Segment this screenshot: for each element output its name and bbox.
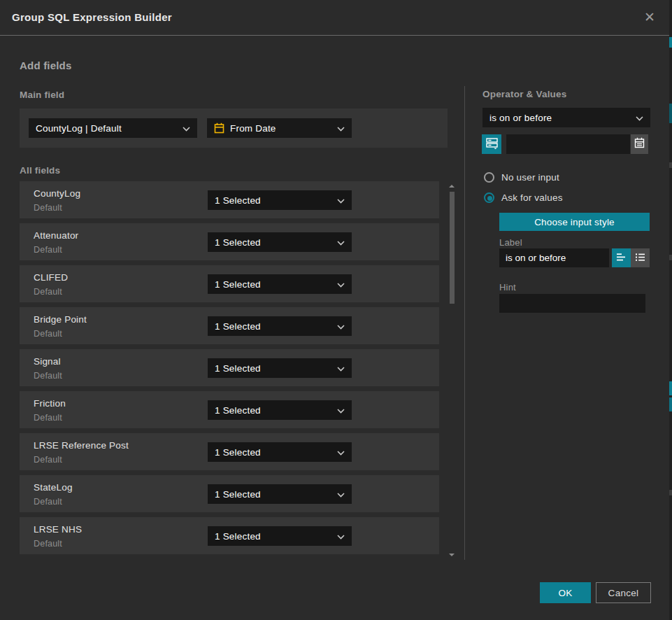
dialog-title: Group SQL Expression Builder [12, 11, 172, 23]
hint-input[interactable] [499, 294, 645, 313]
align-left-lines-icon [616, 252, 627, 265]
field-subtitle: Default [34, 203, 62, 213]
field-selected-dropdown[interactable]: 1 Selected [208, 526, 352, 546]
field-subtitle: Default [34, 497, 62, 507]
scrollbar-up-arrow[interactable] [449, 185, 455, 188]
scrollbar-thumb[interactable] [450, 192, 455, 304]
radio-circle-off[interactable] [484, 172, 494, 183]
radio-ask-for-values-label: Ask for values [501, 192, 563, 203]
add-fields-heading: Add fields [20, 59, 72, 71]
field-selected-value: 1 Selected [215, 237, 337, 248]
main-field-panel: CountyLog | Default From Date [20, 108, 448, 148]
field-subtitle: Default [34, 539, 62, 549]
main-field-select[interactable]: From Date [207, 118, 352, 138]
field-row: StateLogDefault1 Selected [20, 475, 439, 512]
label-input[interactable] [499, 248, 609, 267]
field-selected-dropdown[interactable]: 1 Selected [208, 442, 352, 462]
chevron-down-icon [337, 123, 345, 134]
ok-button[interactable]: OK [540, 582, 591, 603]
layer-select-value: CountyLog | Default [36, 123, 183, 134]
chevron-down-icon [337, 321, 345, 332]
field-selected-value: 1 Selected [215, 531, 337, 542]
field-selected-dropdown[interactable]: 1 Selected [208, 400, 352, 420]
background-app-edge [669, 0, 672, 620]
field-selected-value: 1 Selected [215, 195, 337, 206]
field-subtitle: Default [34, 245, 62, 255]
close-icon[interactable]: ✕ [641, 9, 658, 26]
field-row: CountyLogDefault1 Selected [20, 181, 439, 218]
chevron-down-icon [337, 405, 345, 416]
operator-select[interactable]: is on or before [482, 108, 650, 127]
choose-input-style-button[interactable]: Choose input style [499, 213, 650, 231]
dialog-header: Group SQL Expression Builder ✕ [0, 0, 669, 36]
field-row: CLIFEDDefault1 Selected [20, 265, 439, 302]
field-selected-dropdown[interactable]: 1 Selected [208, 358, 352, 378]
date-value-input[interactable] [506, 134, 630, 154]
chevron-down-icon [636, 113, 643, 123]
chevron-down-icon [337, 363, 345, 374]
field-row: LRSE Reference PostDefault1 Selected [20, 433, 439, 470]
group-sql-expression-builder-dialog: Group SQL Expression Builder ✕ Add field… [0, 0, 672, 620]
field-name: Bridge Point [34, 314, 87, 325]
hint-caption: Hint [499, 282, 516, 293]
field-subtitle: Default [34, 371, 62, 381]
field-selected-dropdown[interactable]: 1 Selected [208, 274, 352, 294]
operator-select-value: is on or before [489, 113, 636, 123]
chevron-down-icon [337, 531, 345, 542]
field-selected-dropdown[interactable]: 1 Selected [208, 484, 352, 504]
field-subtitle: Default [34, 329, 62, 339]
field-selected-value: 1 Selected [215, 489, 337, 500]
chevron-down-icon [337, 447, 345, 458]
field-selected-dropdown[interactable]: 1 Selected [208, 316, 352, 336]
field-selected-value: 1 Selected [215, 279, 337, 290]
date-calendar-icon [214, 122, 224, 134]
field-name: CLIFED [34, 272, 68, 283]
main-field-heading: Main field [20, 90, 64, 100]
field-subtitle: Default [34, 287, 62, 297]
field-selected-value: 1 Selected [215, 447, 337, 458]
field-name: Attenuator [34, 230, 78, 241]
field-name: StateLog [34, 482, 73, 493]
field-selected-dropdown[interactable]: 1 Selected [208, 190, 352, 210]
field-row: LRSE NHSDefault1 Selected [20, 517, 439, 554]
bulleted-list-style-button[interactable] [631, 248, 650, 267]
radio-no-user-input[interactable]: No user input [484, 172, 559, 183]
radio-ask-for-values[interactable]: Ask for values [484, 192, 563, 203]
field-selected-dropdown[interactable]: 1 Selected [208, 232, 352, 252]
chevron-down-icon [337, 489, 345, 500]
field-name: LRSE Reference Post [34, 440, 129, 451]
field-name: Signal [34, 356, 61, 367]
field-subtitle: Default [34, 413, 62, 423]
unique-values-icon [486, 137, 498, 152]
chevron-down-icon [337, 279, 345, 290]
field-selected-value: 1 Selected [215, 405, 337, 416]
panel-divider [464, 86, 465, 560]
field-row: AttenuatorDefault1 Selected [20, 223, 439, 260]
field-row: SignalDefault1 Selected [20, 349, 439, 386]
calendar-icon [634, 137, 645, 151]
chevron-down-icon [337, 237, 345, 248]
layer-select[interactable]: CountyLog | Default [29, 118, 197, 138]
field-selected-value: 1 Selected [215, 321, 337, 332]
field-name: Friction [34, 398, 66, 409]
label-caption: Label [499, 237, 522, 248]
scrollbar-down-arrow[interactable] [449, 554, 455, 556]
field-name: CountyLog [34, 188, 80, 199]
radio-circle-on[interactable] [484, 192, 494, 203]
main-field-select-value: From Date [230, 123, 337, 134]
calendar-picker-button[interactable] [631, 134, 648, 154]
cancel-button[interactable]: Cancel [596, 582, 651, 603]
field-selected-value: 1 Selected [215, 363, 337, 374]
chevron-down-icon [337, 195, 345, 206]
field-row: Bridge PointDefault1 Selected [20, 307, 439, 344]
unique-values-button[interactable] [482, 134, 501, 154]
field-row: FrictionDefault1 Selected [20, 391, 439, 428]
all-fields-heading: All fields [20, 165, 60, 176]
field-name: LRSE NHS [34, 524, 82, 535]
chevron-down-icon [183, 123, 190, 134]
radio-no-user-input-label: No user input [501, 172, 559, 183]
single-line-style-button[interactable] [612, 248, 631, 267]
field-subtitle: Default [34, 455, 62, 465]
bulleted-list-icon [635, 252, 645, 265]
operator-values-heading: Operator & Values [482, 89, 566, 99]
